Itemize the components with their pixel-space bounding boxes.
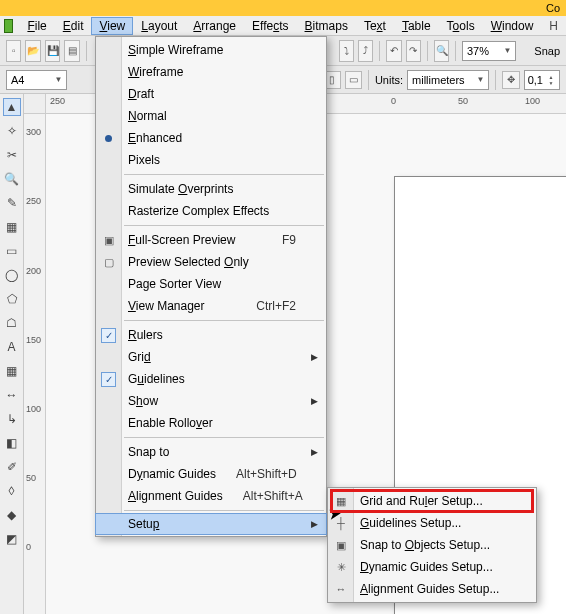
view-draft[interactable]: Draft — [96, 83, 326, 105]
submenu-arrow-icon: ▶ — [311, 447, 318, 457]
separator — [368, 70, 369, 90]
menu-bitmaps[interactable]: Bitmaps — [297, 17, 356, 35]
menu-layout[interactable]: Layout — [133, 17, 185, 35]
menu-separator — [124, 510, 324, 511]
menu-file[interactable]: File — [19, 17, 54, 35]
basic-shapes-tool[interactable]: ☖ — [3, 314, 21, 332]
outline-tool[interactable]: ◊ — [3, 482, 21, 500]
redo-button[interactable]: ↷ — [406, 40, 421, 62]
freehand-tool[interactable]: ✎ — [3, 194, 21, 212]
view-show[interactable]: Show▶ — [96, 390, 326, 412]
menu-effects[interactable]: Effects — [244, 17, 296, 35]
accel-text: Ctrl+F2 — [256, 299, 296, 313]
accel-text: F9 — [282, 233, 296, 247]
view-enhanced[interactable]: Enhanced — [96, 127, 326, 149]
view-simulate-overprints[interactable]: Simulate Overprints — [96, 178, 326, 200]
view-rulers[interactable]: ✓Rulers — [96, 324, 326, 346]
menu-edit[interactable]: Edit — [55, 17, 92, 35]
pick-tool[interactable]: ▲ — [3, 98, 21, 116]
units-label: Units: — [375, 74, 403, 86]
open-button[interactable]: 📂 — [25, 40, 40, 62]
view-rasterize-complex[interactable]: Rasterize Complex Effects — [96, 200, 326, 222]
view-simple-wireframe[interactable]: Simple Wireframe — [96, 39, 326, 61]
text-tool[interactable]: A — [3, 338, 21, 356]
new-button[interactable]: ▫ — [6, 40, 21, 62]
import-button[interactable]: ⤵ — [339, 40, 354, 62]
view-preview-selected-only[interactable]: ▢Preview Selected Only — [96, 251, 326, 273]
menu-text[interactable]: Text — [356, 17, 394, 35]
submenu-arrow-icon: ▶ — [311, 519, 318, 529]
menu-separator — [124, 320, 324, 321]
interactive-tool[interactable]: ◧ — [3, 434, 21, 452]
menu-arrange[interactable]: Arrange — [185, 17, 244, 35]
snap-label[interactable]: Snap — [534, 45, 560, 57]
menu-window[interactable]: Window — [483, 17, 542, 35]
smart-fill-tool[interactable]: ▦ — [3, 218, 21, 236]
crop-tool[interactable]: ✂ — [3, 146, 21, 164]
menu-tools[interactable]: Tools — [439, 17, 483, 35]
setup-snap-to-objects[interactable]: ▣Snap to Objects Setup... — [328, 534, 536, 556]
view-normal[interactable]: Normal — [96, 105, 326, 127]
setup-dynamic-guides[interactable]: ✳Dynamic Guides Setup... — [328, 556, 536, 578]
view-snap-to[interactable]: Snap to▶ — [96, 441, 326, 463]
print-button[interactable]: ▤ — [64, 40, 79, 62]
nudge-icon: ✥ — [502, 71, 519, 89]
view-pixels[interactable]: Pixels — [96, 149, 326, 171]
view-dynamic-guides[interactable]: Dynamic GuidesAlt+Shift+D — [96, 463, 326, 485]
ruler-tick: 50 — [458, 96, 468, 106]
setup-guidelines[interactable]: ┼Guidelines Setup... — [328, 512, 536, 534]
vertical-ruler[interactable]: 300 250 200 150 100 50 0 — [24, 114, 46, 614]
view-menu: Simple Wireframe Wireframe Draft Normal … — [95, 36, 327, 537]
units-value: millimeters — [412, 74, 473, 86]
page-size-combo[interactable]: A4 ▼ — [6, 70, 67, 90]
fill-tool[interactable]: ◆ — [3, 506, 21, 524]
polygon-tool[interactable]: ⬠ — [3, 290, 21, 308]
interactive-fill-tool[interactable]: ◩ — [3, 530, 21, 548]
ruler-corner[interactable] — [24, 94, 46, 114]
export-button[interactable]: ⤴ — [358, 40, 373, 62]
ruler-tick: 100 — [26, 404, 41, 414]
submenu-arrow-icon: ▶ — [311, 352, 318, 362]
undo-button[interactable]: ↶ — [386, 40, 401, 62]
menu-separator — [124, 225, 324, 226]
nudge-spinner[interactable]: 0,1 ▲▼ — [524, 70, 560, 90]
separator — [495, 70, 496, 90]
menu-help[interactable]: H — [541, 17, 566, 35]
ellipse-tool[interactable]: ◯ — [3, 266, 21, 284]
landscape-button[interactable]: ▭ — [345, 71, 362, 89]
view-wireframe[interactable]: Wireframe — [96, 61, 326, 83]
save-button[interactable]: 💾 — [45, 40, 60, 62]
view-view-manager[interactable]: View ManagerCtrl+F2 — [96, 295, 326, 317]
zoom-tool[interactable]: 🔍 — [3, 170, 21, 188]
zoom-combo[interactable]: 37% ▼ — [462, 41, 516, 61]
ruler-tick: 100 — [525, 96, 540, 106]
setup-alignment-guides[interactable]: ↔Alignment Guides Setup... — [328, 578, 536, 600]
menu-table[interactable]: Table — [394, 17, 439, 35]
shape-tool[interactable]: ✧ — [3, 122, 21, 140]
rectangle-tool[interactable]: ▭ — [3, 242, 21, 260]
align-icon: ↔ — [333, 581, 349, 597]
view-page-sorter[interactable]: Page Sorter View — [96, 273, 326, 295]
setup-grid-ruler[interactable]: ▦Grid and Ruler Setup... — [328, 490, 536, 512]
preview-icon: ▢ — [101, 254, 117, 270]
chevron-down-icon: ▼ — [55, 75, 63, 84]
view-alignment-guides[interactable]: Alignment GuidesAlt+Shift+A — [96, 485, 326, 507]
zoom-value: 37% — [467, 45, 500, 57]
connector-tool[interactable]: ↳ — [3, 410, 21, 428]
menu-view[interactable]: View — [91, 17, 133, 35]
view-setup[interactable]: Setup▶ — [95, 513, 327, 535]
search-button[interactable]: 🔍 — [434, 40, 449, 62]
chevron-down-icon: ▼ — [503, 46, 511, 55]
menu-separator — [124, 437, 324, 438]
separator — [455, 41, 456, 61]
dimension-tool[interactable]: ↔ — [3, 386, 21, 404]
table-tool[interactable]: ▦ — [3, 362, 21, 380]
view-full-screen-preview[interactable]: ▣Full-Screen PreviewF9 — [96, 229, 326, 251]
units-combo[interactable]: millimeters ▼ — [407, 70, 489, 90]
view-grid[interactable]: Grid▶ — [96, 346, 326, 368]
toolbox: ▲ ✧ ✂ 🔍 ✎ ▦ ▭ ◯ ⬠ ☖ A ▦ ↔ ↳ ◧ ✐ ◊ ◆ ◩ — [0, 94, 24, 614]
fullscreen-icon: ▣ — [101, 232, 117, 248]
eyedropper-tool[interactable]: ✐ — [3, 458, 21, 476]
view-enable-rollover[interactable]: Enable Rollover — [96, 412, 326, 434]
view-guidelines[interactable]: ✓Guidelines — [96, 368, 326, 390]
